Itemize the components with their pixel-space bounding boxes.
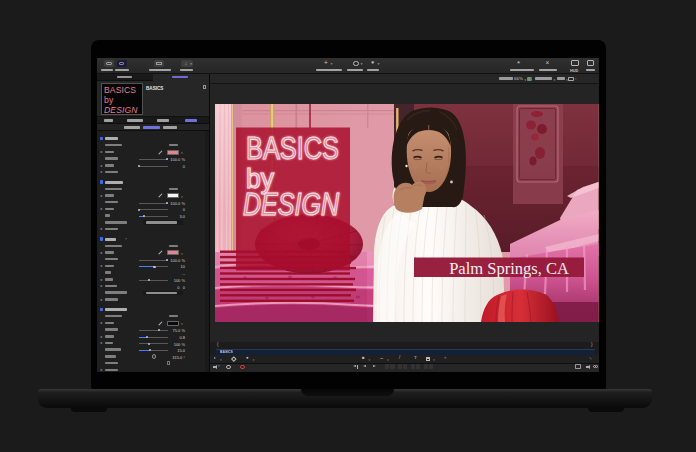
svg-text:BASICS: BASICS [246, 131, 339, 166]
svg-text:Palm Springs, CA: Palm Springs, CA [449, 259, 569, 278]
svg-text:DESIGN: DESIGN [243, 187, 339, 222]
